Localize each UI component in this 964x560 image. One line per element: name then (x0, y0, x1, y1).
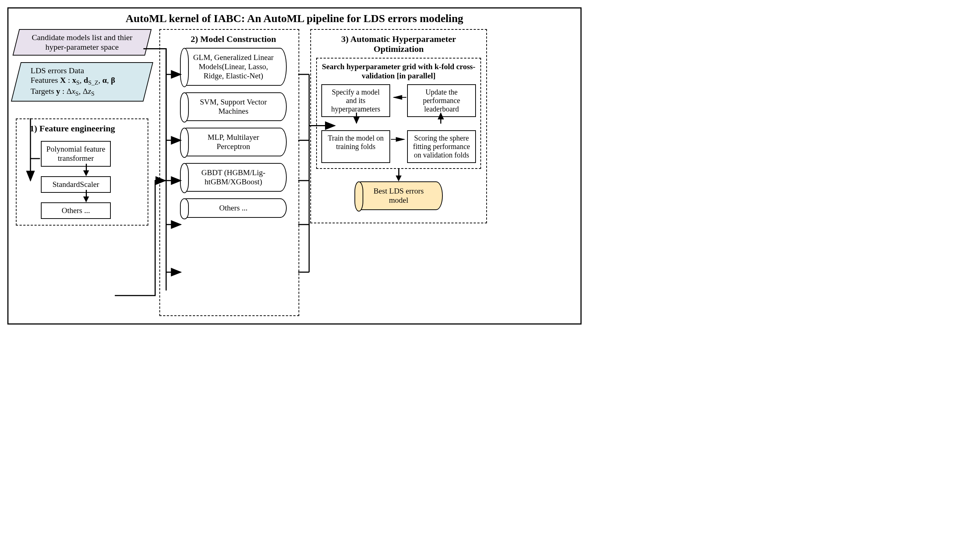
model-mlp: MLP, Multilayer Perceptron (180, 128, 287, 156)
lds-line1: LDS errors Data (31, 66, 138, 75)
input-lds-data: LDS errors Data Features X : xS, dS_Z, α… (16, 62, 148, 101)
model-glm: GLM, Generalized Linear Models(Linear, L… (180, 48, 287, 86)
hpo-update: Update the performance leaderboard (407, 84, 476, 117)
stage1-group: 1) Feature engineering Polynomial featur… (16, 119, 148, 226)
model-others: Others ... (180, 198, 287, 218)
hpo-train: Train the model on training folds (321, 130, 390, 163)
stage3-title: 3) Automatic Hyperparameter Optimization (316, 34, 481, 54)
hpo-grid: Specify a model and its hyperparameters … (321, 84, 476, 163)
fe-scaler: StandardScaler (41, 176, 111, 193)
diagram-title: AutoML kernel of IABC: An AutoML pipelin… (16, 12, 573, 24)
arrow-down-icon (83, 170, 89, 176)
hpo-subtitle: Search hyperparameter grid with k-fold c… (321, 62, 476, 81)
hpo-specify: Specify a model and its hyperparameters (321, 84, 390, 117)
columns: Candidate models list and thier hyper-pa… (16, 29, 573, 316)
model-gbdt: GBDT (HGBM/Lig-htGBM/XGBoost) (180, 163, 287, 192)
input-candidate-models: Candidate models list and thier hyper-pa… (16, 29, 148, 55)
input-candidate-text: Candidate models list and thier hyper-pa… (32, 33, 132, 52)
column-3: 3) Automatic Hyperparameter Optimization… (310, 29, 487, 223)
diagram-outer: AutoML kernel of IABC: An AutoML pipelin… (7, 7, 581, 324)
column-1: Candidate models list and thier hyper-pa… (16, 29, 148, 226)
fe-polynomial: Polynomial feature transformer (41, 141, 111, 167)
arrow-down-icon (396, 176, 402, 181)
column-2: 2) Model Construction GLM, Generalized L… (160, 29, 299, 316)
hpo-score: Scoring the sphere fitting performance o… (407, 130, 476, 163)
lds-features: Features X : xS, dS_Z, α, β (31, 75, 138, 86)
output-best-model: Best LDS errors model (355, 181, 443, 210)
arrow-down-icon (83, 197, 89, 202)
lds-targets: Targets y : ΔxS, ΔzS (31, 86, 138, 98)
stage2-group: 2) Model Construction GLM, Generalized L… (160, 29, 299, 316)
model-svm: SVM, Support Vector Machines (180, 92, 287, 121)
hpo-inner: Search hyperparameter grid with k-fold c… (316, 58, 481, 169)
stage1-title: 1) Feature engineering (30, 124, 142, 133)
fe-others: Others ... (41, 202, 111, 219)
stage3-group: 3) Automatic Hyperparameter Optimization… (310, 29, 487, 223)
stage2-title: 2) Model Construction (176, 34, 291, 44)
